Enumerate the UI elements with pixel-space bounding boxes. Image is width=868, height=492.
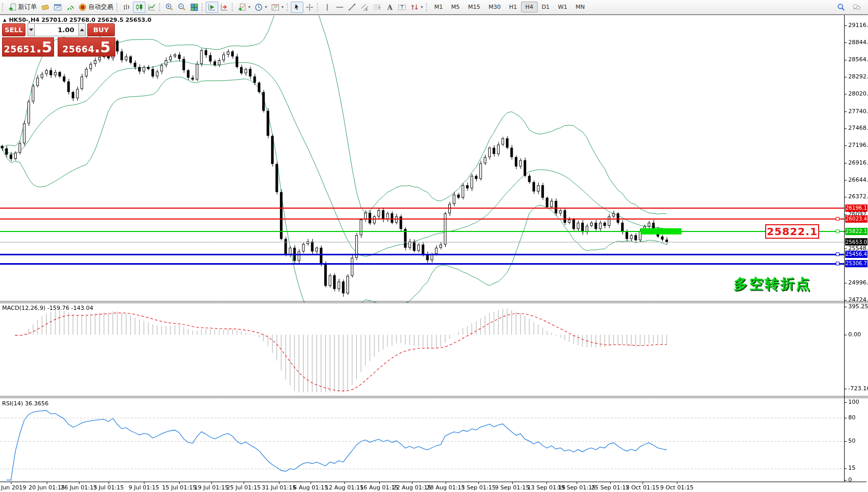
arrows-button[interactable]: ▾	[408, 2, 425, 13]
chart-window-button[interactable]	[51, 2, 64, 13]
buy-price[interactable]: 25664.5	[58, 37, 115, 57]
price-tag: 25306.7	[845, 260, 867, 267]
toolbar-group-handle	[159, 3, 161, 11]
text-icon: A	[385, 3, 394, 11]
sell-button[interactable]: SELL	[2, 23, 25, 36]
timeframe-h1-button[interactable]: H1	[505, 2, 521, 12]
autotrading-label: 自动交易	[88, 3, 113, 11]
line-chart-icon	[148, 3, 156, 11]
timeframe-h4-button[interactable]: H4	[521, 2, 537, 12]
cursor-icon	[293, 3, 301, 11]
sell-price[interactable]: 25651.5	[2, 37, 54, 57]
chart-ohlc-text: HK50-,H4 25701.0 25768.0 25629.5 25653.0	[9, 17, 151, 23]
triangle-up-icon	[80, 29, 84, 31]
svg-text:F: F	[379, 5, 381, 9]
toolbar-group-handle	[116, 3, 118, 11]
one-click-trading-panel: SELL 1.00 BUY 25651.5 25664.5	[2, 23, 117, 57]
price-tag: 25653.0	[845, 238, 867, 245]
chevron-down-icon[interactable]: ▾	[248, 5, 250, 9]
chat-button[interactable]	[850, 2, 863, 13]
fibonacci-icon: F	[373, 3, 381, 11]
bar-chart-button[interactable]	[121, 2, 133, 13]
auto-scroll-icon	[208, 3, 216, 11]
timeframe-mn-button[interactable]: MN	[571, 2, 589, 12]
sell-price-frac: .5	[36, 40, 52, 55]
chevron-down-icon[interactable]: ▾	[265, 5, 267, 9]
toolbar: 新订单自动交易▾▾▾EFAT▾M1M5M15M30H1H4D1W1MN	[0, 0, 868, 15]
vertical-line-icon	[323, 3, 331, 11]
autotrading-button[interactable]: 自动交易	[76, 2, 115, 13]
text-label-button[interactable]: T	[396, 2, 408, 13]
svg-text:E: E	[366, 8, 368, 11]
toolbar-group-handle	[426, 3, 428, 11]
book-button[interactable]	[39, 2, 51, 13]
chart-canvas[interactable]	[0, 0, 868, 492]
fibonacci-button[interactable]: F	[371, 2, 383, 13]
periods-button[interactable]: ▾	[252, 2, 269, 13]
zoom-in-icon	[165, 3, 173, 11]
macd-indicator-label: MACD(12,26,9) -159.76 -143.04	[2, 305, 93, 311]
zoom-in-button[interactable]	[163, 2, 176, 13]
sell-price-int: 25651	[4, 44, 36, 54]
search-icon	[837, 3, 845, 11]
trendline-icon	[348, 3, 356, 11]
collapse-arrow-icon[interactable]: ▲	[3, 18, 6, 22]
text-button[interactable]: A	[383, 2, 396, 13]
cursor-button[interactable]	[291, 2, 303, 13]
periods-icon	[255, 3, 263, 11]
chevron-down-icon[interactable]: ▾	[282, 5, 284, 9]
buy-price-int: 25664	[62, 44, 95, 54]
arrows-icon	[410, 3, 419, 11]
rsi-indicator-label: RSI(14) 36.3656	[2, 400, 48, 407]
volume-increase-button[interactable]	[78, 23, 86, 36]
timeframe-m15-button[interactable]: M15	[464, 2, 485, 12]
chart-shift-icon	[220, 3, 229, 11]
svg-text:A: A	[387, 3, 393, 11]
book-icon	[41, 3, 49, 11]
price-tag: 26196.1	[845, 204, 867, 212]
timeframe-d1-button[interactable]: D1	[538, 2, 554, 12]
vertical-line-button[interactable]	[321, 2, 333, 13]
timeframe-m30-button[interactable]: M30	[485, 2, 505, 12]
line-chart-button[interactable]	[145, 2, 158, 13]
chart-shift-button[interactable]	[218, 2, 231, 13]
new-order-icon	[8, 3, 17, 11]
toolbar-right-icons	[835, 2, 867, 13]
signals-button[interactable]	[64, 2, 76, 13]
price-tag: 25822.1	[845, 228, 867, 235]
candlestick-icon	[135, 3, 143, 11]
equidistant-channel-button[interactable]: E	[358, 2, 371, 13]
indicators-button[interactable]: ▾	[236, 2, 252, 13]
crosshair-button[interactable]	[303, 2, 316, 13]
autotrading-icon	[78, 3, 87, 11]
volume-decrease-button[interactable]	[28, 23, 35, 36]
chat-icon	[852, 3, 861, 11]
indicators-icon	[238, 3, 246, 11]
tile-windows-icon	[190, 3, 198, 11]
templates-icon	[271, 3, 279, 11]
auto-scroll-button[interactable]	[206, 2, 218, 13]
horizontal-line-button[interactable]	[333, 2, 346, 13]
zoom-out-button[interactable]	[176, 2, 188, 13]
templates-button[interactable]: ▾	[269, 2, 286, 13]
buy-button[interactable]: BUY	[87, 23, 115, 36]
timeframe-w1-button[interactable]: W1	[554, 2, 571, 12]
timeframe-m1-button[interactable]: M1	[430, 2, 447, 12]
new-order-button[interactable]: 新订单	[6, 2, 39, 13]
search-button[interactable]	[835, 2, 847, 13]
turning-point-text[interactable]: 多空转折点	[733, 275, 811, 293]
signals-icon	[66, 3, 74, 11]
candlestick-button[interactable]	[133, 2, 145, 13]
chevron-down-icon[interactable]: ▾	[421, 5, 423, 9]
price-tag: 26023.4	[845, 215, 867, 223]
timeframe-m5-button[interactable]: M5	[447, 2, 464, 12]
tile-windows-button[interactable]	[188, 2, 201, 13]
buy-price-frac: .5	[95, 40, 111, 55]
triangle-down-icon	[29, 29, 33, 31]
crosshair-icon	[305, 3, 314, 11]
trendline-button[interactable]	[346, 2, 358, 13]
price-tag: 25456.4	[845, 251, 867, 258]
toolbar-group-handle	[287, 3, 289, 11]
volume-input[interactable]: 1.00	[35, 23, 78, 36]
price-annotation-box[interactable]: 25822.1	[765, 224, 819, 239]
